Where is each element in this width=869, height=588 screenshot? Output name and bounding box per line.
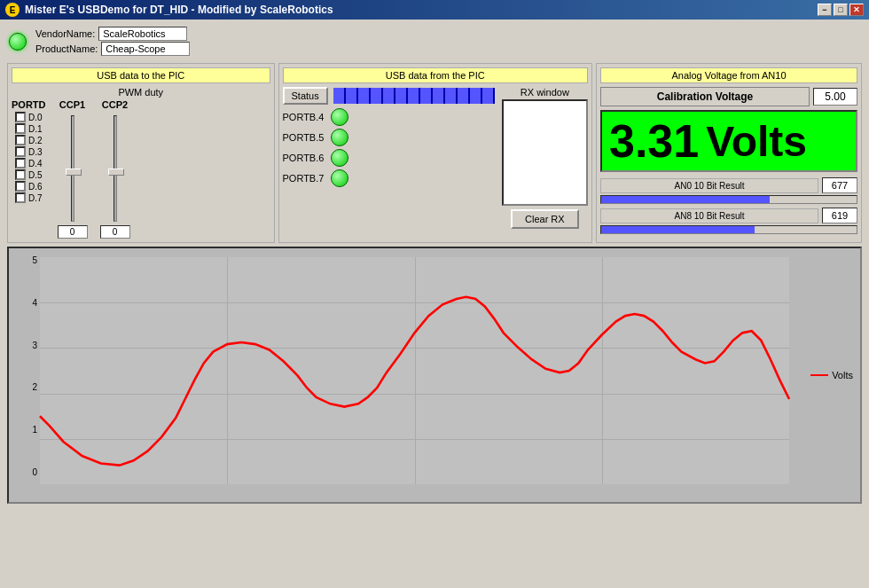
analog-panel: Analog Voltage from AN10 Calibration Vol…	[596, 63, 862, 243]
title-controls: − □ ✕	[818, 4, 864, 16]
portd-d7-label: D.7	[28, 193, 43, 203]
rx-window-label: RX window	[521, 87, 569, 98]
ccp2-slider-track[interactable]	[114, 115, 117, 222]
panels-row: USB data to the PIC PWM duty PORTD D.0 D…	[4, 63, 865, 243]
voltage-number: 3.31	[609, 114, 699, 168]
clear-rx-button[interactable]: Clear RX	[511, 209, 579, 229]
portb5-label: PORTB.5	[283, 132, 325, 143]
portd-group: PORTD D.0 D.1 D.2 D.3 D.4 D.5 D.6 D.7	[12, 99, 46, 239]
portd-d2-checkbox[interactable]	[15, 135, 26, 145]
portb4-label: PORTB.4	[283, 112, 325, 122]
ccp2-group: CCP2 0	[99, 99, 131, 239]
portd-d1-label: D.1	[28, 124, 43, 134]
legend-line	[810, 374, 828, 376]
product-value: Cheap-Scope	[101, 42, 190, 56]
portb5-row: PORTB.5	[283, 129, 495, 146]
portb-leds: PORTB.4 PORTB.5 PORTB.6 PORTB.7	[283, 108, 495, 187]
y-label-1: 1	[32, 425, 37, 435]
ccp1-slider-container: 0	[57, 112, 89, 239]
ccp1-slider-track[interactable]	[71, 115, 74, 222]
an0-row: AN0 10 Bit Result 677	[600, 177, 857, 193]
ccp2-slider-container: 0	[99, 112, 131, 239]
rx-window-area: RX window Clear RX	[502, 87, 588, 229]
vendor-row: VendorName: ScaleRobotics	[35, 27, 190, 41]
portd-d0-label: D.0	[28, 113, 43, 122]
rx-textarea[interactable]	[502, 99, 588, 206]
portd-d6-checkbox[interactable]	[15, 181, 26, 192]
status-button[interactable]: Status	[283, 87, 328, 105]
pwm-area: PWM duty PORTD D.0 D.1 D.2 D.3 D.4 D.5 D…	[12, 87, 270, 239]
device-info: VendorName: ScaleRobotics ProductName: C…	[35, 27, 190, 56]
an8-bar	[600, 225, 857, 234]
ccp2-slider-thumb[interactable]	[108, 169, 124, 176]
portd-d7-checkbox[interactable]	[15, 192, 26, 203]
portb-area: Status	[283, 87, 495, 229]
ccp1-slider-thumb[interactable]	[66, 169, 82, 176]
portd-d3-label: D.3	[28, 147, 43, 157]
portb6-row: PORTB.6	[283, 149, 495, 167]
close-button[interactable]: ✕	[849, 4, 864, 16]
status-progress-bar	[333, 88, 495, 104]
list-item: D.2	[15, 135, 43, 145]
analog-section-label: Analog Voltage from AN10	[600, 67, 857, 83]
chart-area: 5 4 3 2 1 0 Volts	[7, 247, 862, 504]
portd-d3-checkbox[interactable]	[15, 146, 26, 157]
window-title: Mister E's USBDemo for DT_HID - Modified…	[25, 4, 333, 16]
an0-label: AN0 10 Bit Result	[600, 178, 818, 193]
progress-seg	[420, 88, 431, 104]
portd-d1-checkbox[interactable]	[15, 123, 26, 134]
portd-d4-checkbox[interactable]	[15, 158, 26, 169]
voltage-unit: Volts	[706, 117, 807, 166]
x-axis	[40, 484, 789, 498]
vendor-value: ScaleRobotics	[98, 27, 187, 41]
portd-d0-checkbox[interactable]	[15, 112, 26, 122]
legend-label: Volts	[832, 370, 853, 380]
progress-seg	[458, 88, 468, 104]
product-label: ProductName:	[35, 43, 98, 54]
progress-seg	[482, 88, 493, 104]
chart-svg	[40, 257, 789, 484]
ccp1-value: 0	[58, 225, 88, 239]
progress-seg	[358, 88, 369, 104]
usb-to-pic-panel: USB data to the PIC PWM duty PORTD D.0 D…	[7, 63, 275, 243]
portd-d5-checkbox[interactable]	[15, 169, 26, 180]
y-label-4: 4	[32, 298, 37, 308]
y-label-5: 5	[32, 255, 37, 265]
header-section: VendorName: ScaleRobotics ProductName: C…	[4, 23, 865, 59]
portb7-row: PORTB.7	[283, 169, 495, 187]
y-axis: 5 4 3 2 1 0	[11, 255, 37, 477]
portd-d5-label: D.5	[28, 170, 43, 180]
portb5-led	[331, 129, 348, 146]
usb-to-pic-label: USB data to the PIC	[12, 67, 270, 83]
progress-seg	[445, 88, 456, 104]
maximize-button[interactable]: □	[834, 4, 848, 16]
an8-label: AN8 10 Bit Result	[600, 208, 818, 223]
portd-area: PORTD D.0 D.1 D.2 D.3 D.4 D.5 D.6 D.7	[12, 99, 270, 239]
title-bar: E Mister E's USBDemo for DT_HID - Modifi…	[0, 0, 869, 20]
portb6-label: PORTB.6	[283, 153, 325, 163]
list-item: D.5	[15, 169, 43, 180]
y-label-2: 2	[32, 382, 37, 392]
minimize-button[interactable]: −	[818, 4, 832, 16]
connection-led	[9, 33, 27, 51]
an8-row: AN8 10 Bit Result 619	[600, 208, 857, 223]
an0-bar	[600, 195, 857, 204]
list-item: D.6	[15, 181, 43, 192]
progress-seg	[470, 88, 481, 104]
vendor-label: VendorName:	[35, 28, 95, 39]
ccp1-group: CCP1 0	[57, 99, 89, 239]
ccp2-value: 0	[100, 225, 130, 239]
progress-seg	[333, 88, 344, 104]
portb4-row: PORTB.4	[283, 108, 495, 126]
list-item: D.0	[15, 112, 43, 122]
calib-row: Calibration Voltage 5.00	[600, 87, 857, 106]
portd-checkboxes: D.0 D.1 D.2 D.3 D.4 D.5 D.6 D.7	[15, 112, 43, 203]
progress-seg	[395, 88, 406, 104]
from-pic-content: Status	[283, 87, 589, 229]
app-icon: E	[5, 3, 20, 17]
portb7-led	[331, 169, 348, 187]
portd-d4-label: D.4	[28, 159, 43, 169]
progress-seg	[383, 88, 394, 104]
list-item: D.1	[15, 123, 43, 134]
portb4-led	[331, 108, 348, 126]
